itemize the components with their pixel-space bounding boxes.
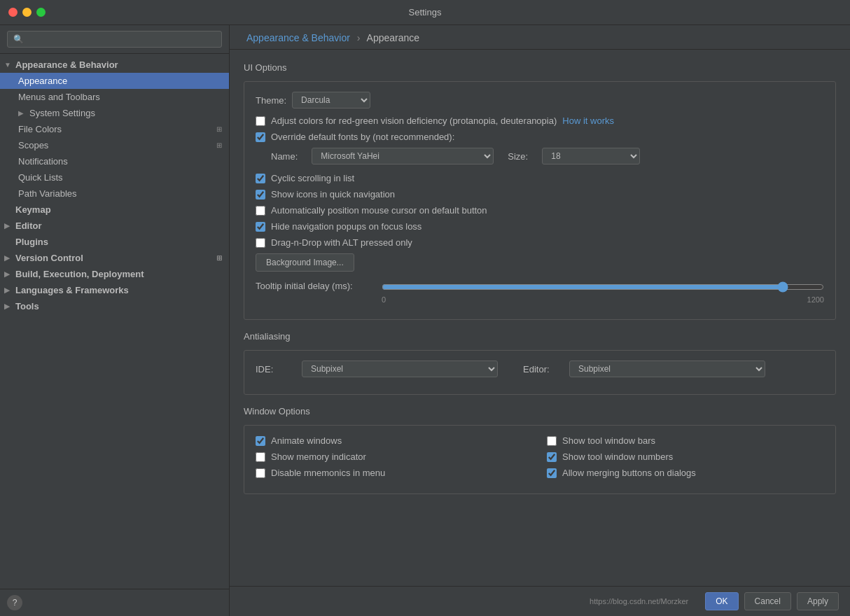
sidebar-item-tools[interactable]: ▶ Tools — [0, 298, 229, 314]
sidebar-item-build-execution-label: Build, Execution, Deployment — [15, 269, 144, 279]
theme-select[interactable]: Darcula IntelliJ High Contrast — [292, 92, 370, 108]
animate-windows-label: Animate windows — [271, 435, 342, 446]
sidebar-item-notifications[interactable]: Notifications — [0, 153, 229, 169]
window-options-right: Show tool window bars Show tool window n… — [547, 435, 824, 484]
sidebar-item-menus-toolbars[interactable]: Menus and Toolbars — [0, 89, 229, 105]
cyclic-scroll-label: Cyclic scrolling in list — [271, 173, 354, 183]
sidebar-item-editor[interactable]: ▶ Editor — [0, 218, 229, 234]
sidebar-item-scopes-label: Scopes — [18, 140, 48, 150]
disable-mnemonics-checkbox[interactable] — [256, 468, 265, 478]
minimize-button[interactable] — [22, 8, 32, 17]
show-tool-window-numbers-label: Show tool window numbers — [562, 451, 673, 462]
size-label: Size: — [508, 151, 528, 162]
sidebar-item-file-colors[interactable]: File Colors ⊞ — [0, 121, 229, 137]
sidebar-item-version-control-label: Version Control — [15, 253, 83, 263]
antialiasing-section: IDE: Subpixel Greyscale None Editor: Sub… — [244, 350, 836, 395]
antialiasing-row: IDE: Subpixel Greyscale None Editor: Sub… — [256, 360, 824, 377]
sidebar-item-notifications-label: Notifications — [18, 156, 68, 167]
ide-aa-label: IDE: — [256, 364, 291, 374]
sidebar-item-appearance-behavior-label: Appearance & Behavior — [15, 59, 118, 70]
ok-button[interactable]: OK — [705, 592, 738, 610]
sidebar-item-plugins[interactable]: Plugins — [0, 234, 229, 250]
sidebar-item-keymap[interactable]: Keymap — [0, 202, 229, 218]
show-tool-window-bars-checkbox[interactable] — [547, 436, 557, 446]
ui-options-section: Theme: Darcula IntelliJ High Contrast Ad… — [244, 81, 836, 320]
allow-merging-checkbox[interactable] — [547, 468, 557, 478]
chevron-right-icon5: ▶ — [4, 286, 13, 294]
allow-merging-row: Allow merging buttons on dialogs — [547, 468, 824, 478]
background-image-button[interactable]: Background Image... — [256, 253, 354, 272]
sidebar-item-plugins-label: Plugins — [15, 237, 48, 247]
show-memory-checkbox[interactable] — [256, 452, 265, 462]
window-options-grid: Animate windows Show memory indicator Di… — [256, 435, 824, 484]
sidebar-item-system-settings-label: System Settings — [29, 108, 95, 118]
hide-popups-checkbox[interactable] — [256, 222, 265, 232]
main-layout: ▼ Appearance & Behavior Appearance Menus… — [0, 25, 850, 616]
titlebar: Settings — [0, 0, 850, 25]
breadcrumb-parent[interactable]: Appearance & Behavior — [246, 32, 350, 43]
animate-windows-checkbox[interactable] — [256, 436, 265, 446]
chevron-right-icon: ▶ — [18, 109, 27, 117]
show-icons-label: Show icons in quick navigation — [271, 189, 395, 200]
ide-aa-select[interactable]: Subpixel Greyscale None — [302, 360, 498, 377]
show-icons-checkbox[interactable] — [256, 190, 265, 200]
tooltip-max-label: 1200 — [807, 295, 824, 304]
editor-aa-select[interactable]: Subpixel Greyscale None — [569, 360, 765, 377]
adjust-colors-checkbox[interactable] — [256, 116, 265, 126]
bottom-bar: https://blog.csdn.net/Morzker OK Cancel … — [230, 586, 850, 616]
search-box — [0, 25, 229, 54]
help-button[interactable]: ? — [7, 595, 22, 610]
window-options-section: Animate windows Show memory indicator Di… — [244, 425, 836, 494]
font-name-row: Name: Microsoft YaHei Size: 18 12 14 16 — [271, 148, 824, 164]
show-tool-window-numbers-checkbox[interactable] — [547, 452, 557, 462]
sidebar-item-file-colors-label: File Colors — [18, 124, 62, 134]
show-memory-label: Show memory indicator — [271, 451, 366, 462]
font-name-select[interactable]: Microsoft YaHei — [312, 148, 494, 164]
auto-position-row: Automatically position mouse cursor on d… — [256, 205, 824, 216]
cyclic-scroll-checkbox[interactable] — [256, 174, 265, 183]
hide-popups-label: Hide navigation popups on focus loss — [271, 221, 421, 232]
disable-mnemonics-label: Disable mnemonics in menu — [271, 468, 385, 478]
close-button[interactable] — [8, 8, 18, 17]
sidebar-item-languages-frameworks[interactable]: ▶ Languages & Frameworks — [0, 282, 229, 298]
chevron-down-icon: ▼ — [4, 61, 13, 69]
cyclic-scroll-row: Cyclic scrolling in list — [256, 173, 824, 183]
allow-merging-label: Allow merging buttons on dialogs — [562, 468, 696, 478]
sidebar-item-system-settings[interactable]: ▶ System Settings — [0, 105, 229, 121]
sidebar-item-scopes[interactable]: Scopes ⊞ — [0, 137, 229, 153]
maximize-button[interactable] — [36, 8, 46, 17]
sidebar-item-editor-label: Editor — [15, 220, 42, 231]
tooltip-min-label: 0 — [382, 295, 386, 304]
theme-label: Theme: — [256, 95, 286, 106]
sidebar-item-keymap-label: Keymap — [15, 204, 51, 215]
auto-position-checkbox[interactable] — [256, 206, 265, 216]
search-input[interactable] — [7, 31, 222, 48]
breadcrumb: Appearance & Behavior › Appearance — [230, 25, 850, 50]
sidebar-item-appearance-behavior[interactable]: ▼ Appearance & Behavior — [0, 57, 229, 73]
cancel-button[interactable]: Cancel — [744, 592, 791, 610]
show-memory-row: Show memory indicator — [256, 451, 533, 462]
sidebar-item-menus-toolbars-label: Menus and Toolbars — [18, 92, 100, 102]
sidebar-item-build-execution[interactable]: ▶ Build, Execution, Deployment — [0, 266, 229, 282]
font-size-select[interactable]: 18 12 14 16 — [542, 148, 640, 164]
tooltip-slider-labels: 0 1200 — [382, 295, 824, 304]
tooltip-slider[interactable] — [382, 281, 824, 293]
tooltip-label: Tooltip initial delay (ms): — [256, 281, 382, 291]
sidebar-item-path-variables[interactable]: Path Variables — [0, 186, 229, 202]
how-it-works-link[interactable]: How it works — [562, 115, 614, 126]
show-tool-window-numbers-row: Show tool window numbers — [547, 451, 824, 462]
drag-drop-checkbox[interactable] — [256, 238, 265, 248]
background-image-row: Background Image... — [256, 253, 824, 272]
show-tool-window-bars-label: Show tool window bars — [562, 435, 655, 446]
name-label: Name: — [271, 151, 298, 162]
override-fonts-checkbox[interactable] — [256, 132, 265, 142]
sidebar-item-quick-lists[interactable]: Quick Lists — [0, 169, 229, 186]
sidebar-item-appearance[interactable]: Appearance — [0, 73, 229, 89]
sidebar-item-appearance-label: Appearance — [18, 76, 67, 86]
sidebar-item-version-control[interactable]: ▶ Version Control ⊞ — [0, 250, 229, 266]
animate-windows-row: Animate windows — [256, 435, 533, 446]
breadcrumb-current: Appearance — [367, 32, 420, 43]
window-options-left: Animate windows Show memory indicator Di… — [256, 435, 533, 484]
window-title: Settings — [409, 7, 442, 18]
apply-button[interactable]: Apply — [797, 592, 839, 610]
